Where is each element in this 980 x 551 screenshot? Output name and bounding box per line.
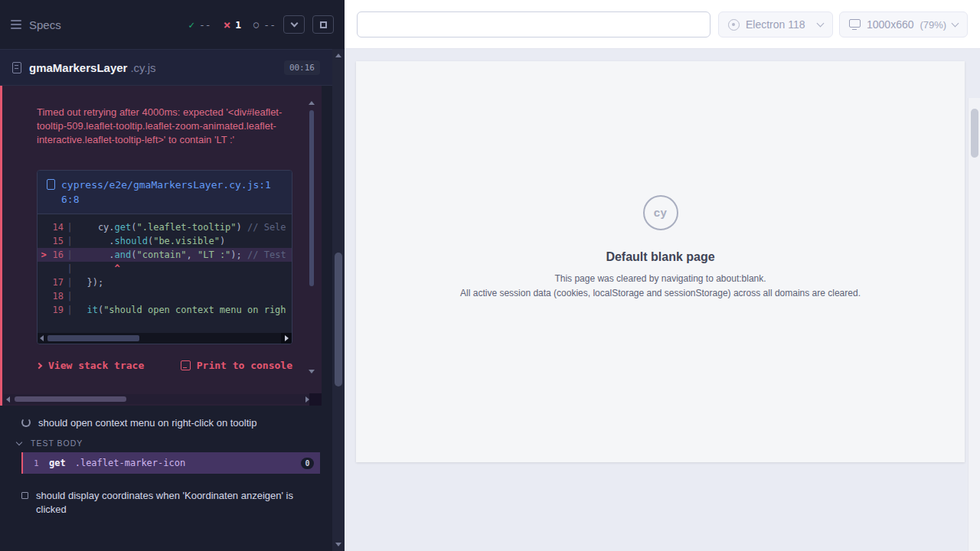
code-line: 18| bbox=[38, 289, 292, 303]
test-body-label: TEST BODY bbox=[31, 439, 83, 448]
code-frame-header[interactable]: cypress/e2e/gmaMarkersLayer.cy.js:16:8 bbox=[38, 171, 292, 214]
stop-icon bbox=[320, 21, 327, 28]
collapse-all-button[interactable] bbox=[283, 15, 305, 34]
scroll-left-arrow-icon[interactable] bbox=[40, 335, 44, 341]
scrollbar-thumb[interactable] bbox=[15, 396, 126, 402]
code-line: 17| }); bbox=[38, 276, 292, 289]
aut-iframe-panel: cy Default blank page This page was clea… bbox=[356, 61, 965, 462]
console-icon bbox=[181, 360, 191, 370]
stop-run-button[interactable] bbox=[312, 15, 334, 34]
stat-failed: × 1 bbox=[224, 19, 241, 31]
scrollbar-thumb[interactable] bbox=[335, 253, 342, 386]
browser-selector[interactable]: Electron 118 bbox=[718, 11, 833, 37]
passed-count: -- bbox=[199, 19, 211, 31]
spec-file-icon bbox=[12, 62, 21, 73]
print-to-console-label: Print to console bbox=[197, 360, 292, 371]
scroll-down-arrow-icon[interactable] bbox=[309, 370, 315, 373]
viewport-icon bbox=[849, 19, 861, 28]
pending-circle-icon: ○ bbox=[253, 19, 259, 30]
test-stats: ✓ -- × 1 ○ -- bbox=[188, 19, 276, 31]
error-message: Timed out retrying after 4000ms: expecte… bbox=[37, 106, 291, 147]
chevron-down-icon bbox=[817, 19, 825, 27]
error-actions: View stack trace Print to console bbox=[37, 360, 292, 371]
scroll-up-arrow-icon[interactable] bbox=[335, 54, 341, 57]
chevron-down-icon bbox=[16, 439, 22, 445]
blank-page-line-1: This page was cleared by navigating to a… bbox=[554, 273, 766, 284]
view-stack-trace-label: View stack trace bbox=[48, 360, 144, 371]
blank-page-line-2: All active session data (cookies, localS… bbox=[460, 288, 861, 298]
reporter-sidebar: Specs ✓ -- × 1 ○ -- gmaMarkersLayer .cy.… bbox=[0, 0, 345, 551]
code-lines: 14| cy.get(".leaflet-tooltip") // Sele15… bbox=[38, 214, 292, 318]
scrollbar-thumb[interactable] bbox=[47, 335, 139, 341]
code-line: 19| it("should open context menu on righ bbox=[38, 303, 292, 317]
scrollbar-thumb[interactable] bbox=[309, 110, 314, 286]
test-item-pending[interactable]: should display coordinates when 'Koordin… bbox=[21, 489, 306, 517]
specs-label: Specs bbox=[29, 18, 61, 31]
pending-square-icon bbox=[21, 492, 28, 499]
stat-pending: ○ -- bbox=[253, 19, 276, 31]
code-line: 14| cy.get(".leaflet-tooltip") // Sele bbox=[38, 220, 292, 234]
scroll-right-arrow[interactable] bbox=[281, 333, 292, 344]
passed-check-icon: ✓ bbox=[188, 19, 194, 31]
url-toolbar: Electron 118 1000x660 (79%) bbox=[345, 0, 980, 49]
code-line: >16| .and("contain", "LT :"); // Test bbox=[38, 248, 292, 262]
test-item-running[interactable]: should open context menu on right-click … bbox=[21, 416, 256, 430]
code-line: 15| .should("be.visible") bbox=[38, 234, 292, 248]
reporter-scrollbar bbox=[332, 49, 345, 551]
spec-header: gmaMarkersLayer .cy.js 00:16 bbox=[0, 49, 332, 86]
specs-menu-button[interactable]: Specs bbox=[11, 18, 61, 31]
command-log-row[interactable]: 1 get .leaflet-marker-icon 0 bbox=[21, 452, 320, 474]
error-horizontal-scrollbar bbox=[4, 394, 312, 404]
test-title: should open context menu on right-click … bbox=[38, 416, 256, 430]
spec-duration: 00:16 bbox=[284, 60, 320, 75]
view-stack-trace-button[interactable]: View stack trace bbox=[37, 360, 144, 371]
error-vertical-scrollbar bbox=[309, 101, 315, 373]
print-to-console-button[interactable]: Print to console bbox=[181, 360, 292, 371]
test-body-toggle[interactable]: TEST BODY bbox=[17, 439, 83, 448]
viewport-selector[interactable]: 1000x660 (79%) bbox=[839, 11, 968, 37]
scroll-left-arrow-icon[interactable] bbox=[6, 396, 10, 403]
viewport-zoom: (79%) bbox=[920, 19, 947, 31]
command-number: 1 bbox=[23, 458, 49, 468]
code-frame-file-link[interactable]: cypress/e2e/gmaMarkersLayer.cy.js:16:8 bbox=[61, 178, 283, 207]
scroll-down-arrow-icon[interactable] bbox=[335, 543, 341, 546]
stat-passed: ✓ -- bbox=[188, 19, 211, 31]
cypress-logo: cy bbox=[643, 195, 678, 230]
scrollbar-corner bbox=[309, 393, 322, 406]
code-horizontal-scrollbar bbox=[38, 333, 292, 344]
scroll-right-arrow-icon bbox=[285, 335, 289, 341]
app-under-test-area: Electron 118 1000x660 (79%) cy Default b… bbox=[345, 0, 980, 551]
spec-name: gmaMarkersLayer bbox=[29, 61, 127, 74]
runnables-list: Timed out retrying after 4000ms: expecte… bbox=[0, 86, 332, 551]
specs-list-icon bbox=[11, 20, 21, 29]
chevron-down-icon bbox=[952, 19, 959, 27]
failed-cross-icon: × bbox=[224, 20, 231, 30]
command-message: .leaflet-marker-icon bbox=[75, 458, 186, 468]
chevron-right-icon bbox=[36, 362, 42, 368]
running-spinner-icon bbox=[21, 418, 31, 427]
scrollbar-thumb[interactable] bbox=[971, 109, 978, 158]
reporter-header: Specs ✓ -- × 1 ○ -- bbox=[0, 0, 345, 49]
page-scrollbar bbox=[968, 98, 980, 551]
spec-extension: .cy.js bbox=[130, 61, 155, 74]
url-input[interactable] bbox=[357, 11, 710, 37]
failed-attempt-panel: Timed out retrying after 4000ms: expecte… bbox=[0, 86, 322, 406]
aut-stage: cy Default blank page This page was clea… bbox=[345, 49, 980, 551]
command-count-badge: 0 bbox=[301, 458, 314, 469]
viewport-size: 1000x660 bbox=[867, 18, 914, 31]
pending-count: -- bbox=[263, 19, 276, 31]
chevron-down-icon bbox=[290, 20, 298, 28]
scroll-up-arrow-icon[interactable] bbox=[309, 101, 315, 105]
electron-browser-icon bbox=[728, 19, 740, 31]
file-icon bbox=[47, 179, 55, 190]
browser-label: Electron 118 bbox=[746, 18, 805, 31]
code-frame: cypress/e2e/gmaMarkersLayer.cy.js:16:8 1… bbox=[37, 170, 292, 344]
command-method: get bbox=[49, 458, 66, 468]
test-title: should display coordinates when 'Koordin… bbox=[36, 489, 306, 517]
blank-page-title: Default blank page bbox=[606, 250, 714, 264]
code-line: | ^ bbox=[38, 262, 292, 276]
failed-count: 1 bbox=[235, 19, 241, 31]
